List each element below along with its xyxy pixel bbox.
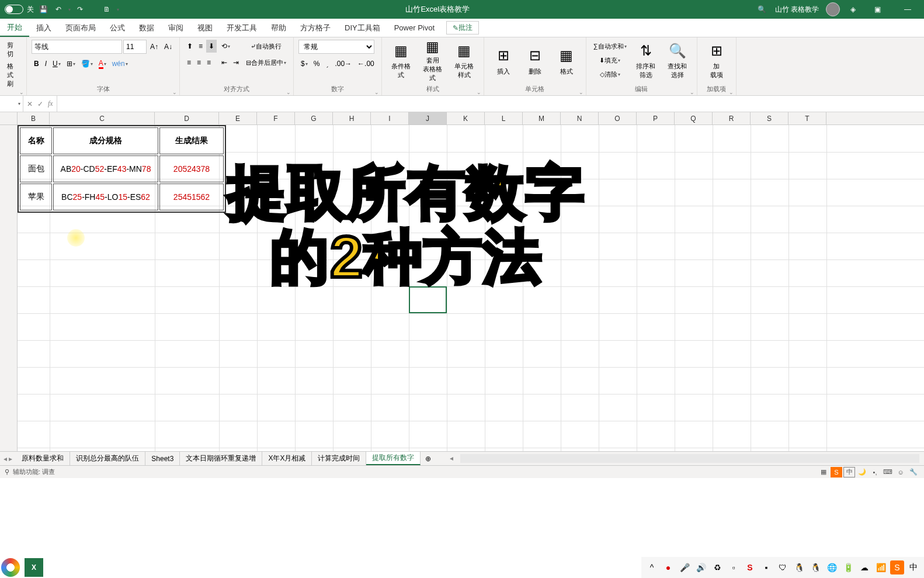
decrease-indent-button[interactable]: ⇤ xyxy=(219,56,230,69)
cloud-icon[interactable]: ☁ xyxy=(857,560,871,574)
app2-icon[interactable]: ▪ xyxy=(759,560,773,574)
phonetic-button[interactable]: wén▾ xyxy=(110,57,130,70)
underline-button[interactable]: U▾ xyxy=(50,57,63,70)
number-format-select[interactable]: 常规 xyxy=(298,40,374,54)
sheet-tab-2[interactable]: Sheet3 xyxy=(145,452,180,465)
spreadsheet-grid[interactable]: BCDEFGHIJKLMNOPQRST 名称 成分规格 生成结果 面包 AB20… xyxy=(0,112,924,451)
tab-插入[interactable]: 插入 xyxy=(29,19,58,37)
col-header-P[interactable]: P xyxy=(637,112,675,124)
col-header-Q[interactable]: Q xyxy=(675,112,713,124)
app1-icon[interactable]: ▫ xyxy=(727,560,741,574)
tray-up-icon[interactable]: ^ xyxy=(645,560,659,574)
format-cells-button[interactable]: ▦格式 xyxy=(552,40,581,81)
confirm-formula-icon[interactable]: ✓ xyxy=(37,100,43,108)
tab-方方格子[interactable]: 方方格子 xyxy=(293,19,338,37)
punct-icon[interactable]: •, xyxy=(869,467,881,477)
align-bottom-button[interactable]: ⬇ xyxy=(206,40,217,53)
search-icon[interactable]: 🔍 xyxy=(756,4,768,15)
col-header-D[interactable]: D xyxy=(155,112,219,124)
col-header-I[interactable]: I xyxy=(371,112,409,124)
formula-input[interactable] xyxy=(57,96,924,112)
save-icon[interactable]: 💾 xyxy=(37,4,49,15)
decrease-font-button[interactable]: A↓ xyxy=(162,40,175,53)
selected-cell[interactable] xyxy=(409,286,447,313)
col-header-N[interactable]: N xyxy=(561,112,599,124)
keyboard-icon[interactable]: ⌨ xyxy=(882,467,894,477)
addins-button[interactable]: ⊞加 载项 xyxy=(702,40,731,81)
autosum-button[interactable]: ∑ 自动求和▾ xyxy=(591,40,629,53)
cancel-formula-icon[interactable]: ✕ xyxy=(27,100,33,108)
header-result[interactable]: 生成结果 xyxy=(159,127,224,154)
font-name-select[interactable] xyxy=(32,40,122,54)
tab-数据[interactable]: 数据 xyxy=(132,19,161,37)
select-all-corner[interactable] xyxy=(0,112,18,124)
tab-帮助[interactable]: 帮助 xyxy=(264,19,293,37)
sheet-nav[interactable]: ◂ ▸ xyxy=(0,452,16,465)
sheet-tab-5[interactable]: 计算完成时间 xyxy=(312,452,366,465)
ime-chinese-icon[interactable]: 中 xyxy=(843,467,855,477)
fill-button[interactable]: ⬇ 填充▾ xyxy=(591,54,629,67)
format-table-button[interactable]: ▦套用 表格格式 xyxy=(418,40,447,81)
format-painter-button[interactable]: 格式刷 xyxy=(5,61,22,89)
mic-icon[interactable]: 🎤 xyxy=(678,560,692,574)
sogou-tray-icon[interactable]: S xyxy=(743,560,757,574)
tab-页面布局[interactable]: 页面布局 xyxy=(58,19,103,37)
minimize-icon[interactable]: — xyxy=(896,0,919,19)
ribbon-options-icon[interactable]: ▣ xyxy=(866,0,889,19)
percent-button[interactable]: % xyxy=(311,57,322,70)
sheet-tab-6[interactable]: 提取所有数字 xyxy=(366,452,421,465)
increase-indent-button[interactable]: ⇥ xyxy=(231,56,241,69)
preview-icon[interactable]: 🗎 xyxy=(101,4,113,15)
increase-decimal-button[interactable]: .00→ xyxy=(332,57,354,70)
col-header-E[interactable]: E xyxy=(219,112,257,124)
fill-color-button[interactable]: 🪣▾ xyxy=(79,57,95,70)
autosave-toggle[interactable] xyxy=(5,5,23,14)
comments-button[interactable]: ✎ 批注 xyxy=(446,21,479,34)
smiley-icon[interactable]: ☺ xyxy=(895,467,906,477)
qq1-icon[interactable]: 🐧 xyxy=(792,560,806,574)
tab-DIY工具箱[interactable]: DIY工具箱 xyxy=(338,19,387,37)
align-center-button[interactable]: ≡ xyxy=(194,56,203,69)
col-header-F[interactable]: F xyxy=(257,112,295,124)
sheet-tab-3[interactable]: 文本日期循环重复递增 xyxy=(180,452,262,465)
font-color-button[interactable]: A▾ xyxy=(96,57,109,70)
name-box[interactable]: ▾ xyxy=(0,96,23,112)
accessibility-icon[interactable]: ⚲ xyxy=(5,468,9,476)
italic-button[interactable]: I xyxy=(43,57,49,70)
avatar[interactable] xyxy=(826,2,840,16)
col-header-G[interactable]: G xyxy=(295,112,333,124)
battery-icon[interactable]: 🔋 xyxy=(841,560,855,574)
col-header-M[interactable]: M xyxy=(523,112,561,124)
currency-button[interactable]: $▾ xyxy=(298,57,310,70)
shield-icon[interactable]: 🛡 xyxy=(776,560,790,574)
add-sheet-button[interactable]: ⊕ xyxy=(421,452,436,465)
qq2-icon[interactable]: 🐧 xyxy=(808,560,822,574)
tool-icon[interactable]: 🔧 xyxy=(908,467,919,477)
normal-view-icon[interactable]: ▦ xyxy=(818,467,829,477)
col-header-R[interactable]: R xyxy=(713,112,751,124)
header-spec[interactable]: 成分规格 xyxy=(53,127,158,154)
col-header-O[interactable]: O xyxy=(599,112,637,124)
moon-icon[interactable]: 🌙 xyxy=(856,467,868,477)
tab-开发工具[interactable]: 开发工具 xyxy=(220,19,264,37)
align-left-button[interactable]: ≡ xyxy=(185,56,193,69)
tab-审阅[interactable]: 审阅 xyxy=(161,19,190,37)
sogou-icon[interactable]: S xyxy=(831,467,842,477)
col-header-J[interactable]: J xyxy=(409,112,447,124)
header-name[interactable]: 名称 xyxy=(20,127,52,154)
col-header-H[interactable]: H xyxy=(333,112,371,124)
tab-Power Pivot[interactable]: Power Pivot xyxy=(387,19,442,37)
redo-icon[interactable]: ↷ xyxy=(74,4,86,15)
sheet-tab-4[interactable]: X年X月相减 xyxy=(262,452,312,465)
cell-styles-button[interactable]: ▦单元格样式 xyxy=(450,40,479,81)
col-header-C[interactable]: C xyxy=(50,112,155,124)
record-icon[interactable]: ● xyxy=(661,560,675,574)
sheet-tab-0[interactable]: 原料数量求和 xyxy=(16,452,70,465)
align-middle-button[interactable]: ≡ xyxy=(196,40,205,53)
insert-cells-button[interactable]: ⊞插入 xyxy=(489,40,518,81)
increase-font-button[interactable]: A↑ xyxy=(148,40,161,53)
sheet-tab-1[interactable]: 识别总分最高的队伍 xyxy=(70,452,145,465)
sogou2-icon[interactable]: S xyxy=(890,560,904,574)
sort-filter-button[interactable]: ⇅排序和筛选 xyxy=(631,40,661,81)
table-row[interactable]: 面包 AB20-CD52-EF43-MN78 20524378 xyxy=(20,155,224,182)
